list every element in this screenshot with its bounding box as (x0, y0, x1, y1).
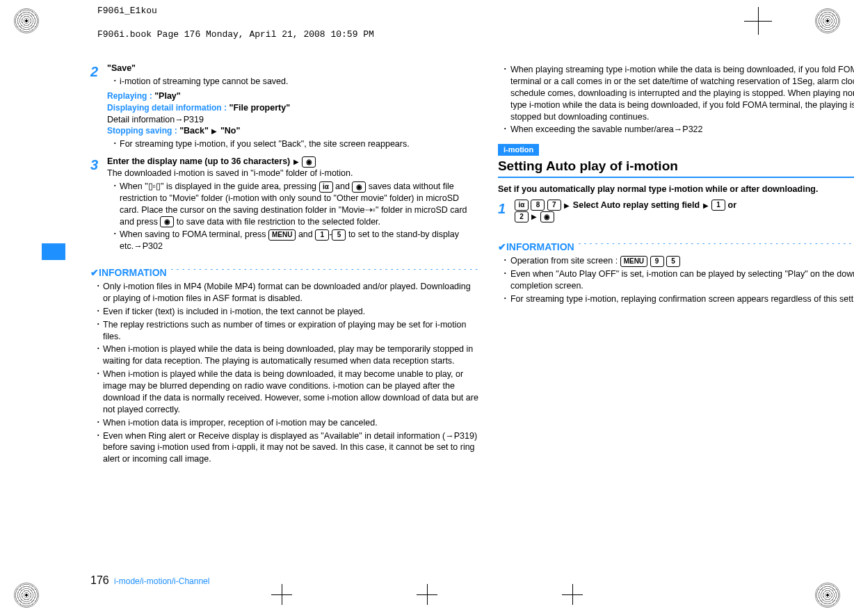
left-info-list: Only i-motion files in MP4 (Mobile MP4) … (90, 281, 478, 465)
dashed-rule: - - - - - - - - - - - - - - - - - - - - … (579, 238, 854, 248)
triangle-icon: ▶ (211, 127, 217, 135)
page-number: 176 (90, 574, 109, 586)
footer-section: i-mode/i-motion/i-Channel (114, 576, 209, 586)
key-1-icon: 1 (315, 229, 329, 241)
step-2-bullet: i-motion of streaming type cannot be sav… (120, 76, 478, 88)
triangle-icon: ▶ (531, 213, 537, 220)
iappli-key-icon: iα (319, 181, 333, 193)
replaying-value: "Play" (154, 91, 181, 101)
header-bookline: F906i.book Page 176 Monday, April 21, 20… (97, 29, 374, 40)
right-top-list: When playing streaming type i-motion whi… (498, 64, 854, 136)
camera-key-icon: ◉ (352, 181, 366, 193)
key-8-icon: 8 (531, 200, 545, 211)
section-accent-bar (42, 243, 65, 260)
step-3-bullet-1: When "▯▫▯" is displayed in the guide are… (120, 181, 478, 228)
camera-key-icon: ◉ (540, 211, 554, 222)
detail-info-value: "File property" (229, 103, 291, 113)
crop-cross-icon (562, 584, 583, 605)
header-filename: F906i_E1kou (97, 6, 157, 16)
list-item: When i-motion is played while the data i… (103, 343, 478, 367)
crop-cross-icon (271, 584, 292, 605)
key-9-icon: 9 (650, 256, 664, 267)
list-item: Operation from site screen : MENU 9 5 (510, 255, 854, 267)
detail-info-label: Displaying detail information : (107, 103, 227, 113)
triangle-icon: ▶ (703, 202, 709, 209)
camera-key-icon: ◉ (160, 216, 174, 227)
list-item: When i-motion is played while the data i… (103, 368, 478, 416)
step-3-bullet-2: When saving to FOMA terminal, press MENU… (120, 229, 478, 252)
information-heading: ✔INFORMATION (498, 241, 574, 254)
triangle-icon: ▶ (564, 202, 570, 209)
step-3-title: Enter the display name (up to 36 charact… (107, 156, 290, 166)
dashed-rule: - - - - - - - - - - - - - - - - - - - - … (171, 264, 478, 274)
step-2-number: 2 (90, 63, 103, 81)
camera-key-icon: ◉ (302, 156, 316, 168)
step-1-number: 1 (498, 200, 510, 218)
movie-folder-icon: ⇢▫ (365, 205, 376, 215)
key-2-icon: 2 (515, 211, 529, 222)
registration-mark-bl (14, 583, 39, 608)
section-title: Setting Auto play of i-motion (498, 157, 854, 178)
key-5-icon: 5 (666, 256, 680, 267)
triangle-icon: ▶ (293, 158, 299, 165)
registration-mark-tl (14, 8, 39, 33)
menu-key-icon: MENU (620, 256, 647, 267)
list-item: Even when "Auto Play OFF" is set, i-moti… (510, 268, 854, 292)
left-column: 2 "Save" i-motion of streaming type cann… (90, 63, 478, 574)
stop-saving-label: Stopping saving : (107, 126, 177, 136)
section-lead: Set if you automatically play normal typ… (498, 184, 854, 195)
key-1-icon: 1 (711, 200, 725, 211)
crop-cross-icon (417, 584, 437, 605)
detail-info-ref: Detail information→P319 (107, 114, 478, 126)
crop-cross-top (744, 7, 772, 35)
step-3-line1: The downloaded i-motion is saved in "i-m… (107, 168, 478, 179)
information-heading: ✔INFORMATION (90, 266, 167, 279)
list-item: When i-motion data is improper, receptio… (103, 417, 478, 429)
list-item: When playing streaming type i-motion whi… (510, 64, 854, 122)
step-3-number: 3 (90, 156, 103, 175)
bottom-crop-marks (209, 584, 645, 612)
stop-saving-value2: "No" (220, 126, 241, 136)
right-info-list: Operation from site screen : MENU 9 5 Ev… (498, 255, 854, 305)
key-5-icon: 5 (332, 229, 346, 241)
menu-key-icon: MENU (268, 229, 296, 241)
list-item: Only i-motion files in MP4 (Mobile MP4) … (103, 281, 478, 305)
section-tag: i-motion (498, 144, 539, 156)
replaying-label: Replaying : (107, 91, 152, 101)
step-2-title: "Save" (107, 63, 136, 73)
step-1-or: or (728, 200, 737, 210)
registration-mark-br (815, 583, 840, 608)
page-footer: 176 i-mode/i-motion/i-Channel (90, 574, 209, 587)
list-item: Even when Ring alert or Receive display … (103, 430, 478, 466)
right-column: When playing streaming type i-motion whi… (498, 63, 854, 574)
list-item: When exceeding the savable number/area→P… (510, 124, 854, 136)
stop-saving-value: "Back" (179, 126, 209, 136)
registration-mark-tr (815, 8, 840, 33)
list-item: The replay restrictions such as number o… (103, 319, 478, 343)
list-item: Even if ticker (text) is included in i-m… (103, 306, 478, 318)
list-item: For streaming type i-motion, replaying c… (510, 293, 854, 305)
step-1-text: Select Auto replay setting field (573, 200, 700, 210)
iappli-key-icon: iα (515, 200, 529, 211)
stop-saving-note: For streaming type i-motion, if you sele… (120, 138, 478, 150)
guide-icon: ▯▫▯ (148, 181, 161, 191)
key-7-icon: 7 (547, 200, 561, 211)
